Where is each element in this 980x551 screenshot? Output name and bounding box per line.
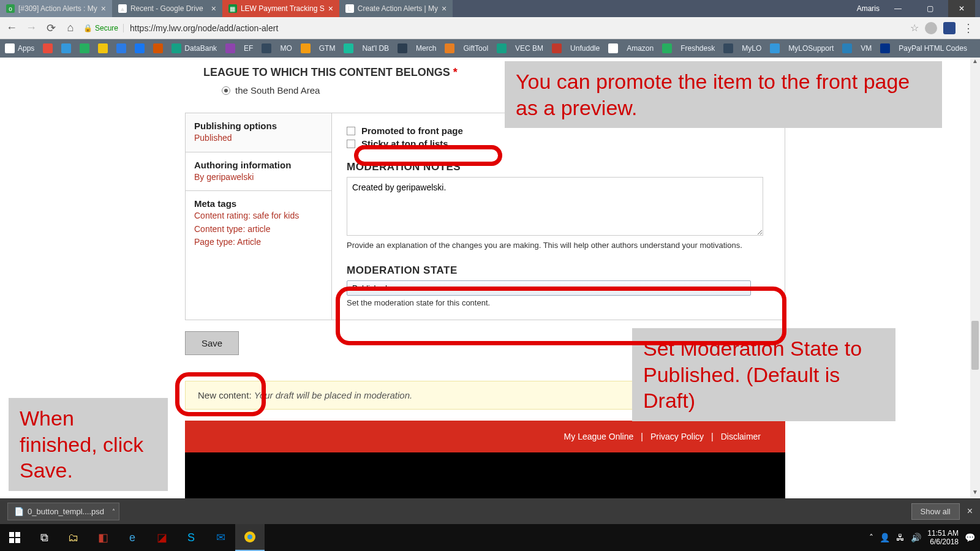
tray-chevron-icon[interactable]: ˄ [869, 533, 873, 542]
bookmark-gifttool[interactable]: GiftTool [463, 44, 488, 53]
footer-link-privacy[interactable]: Privacy Policy [650, 432, 704, 441]
bookmark-databank[interactable]: DataBank [172, 43, 217, 53]
bookmark-item[interactable] [98, 43, 108, 53]
forward-icon[interactable]: → [24, 21, 38, 34]
bookmark-ef[interactable]: EF [244, 44, 253, 53]
bookmark-item[interactable] [497, 43, 507, 53]
bookmark-merch[interactable]: Merch [416, 44, 436, 53]
footer-link-myleague[interactable]: My League Online [564, 432, 634, 441]
task-view-icon[interactable]: ⧉ [29, 524, 59, 551]
tab-google-drive[interactable]: ▲ Recent - Google Drive × [112, 0, 222, 17]
apps-button[interactable]: Apps [5, 43, 34, 53]
vertical-scrollbar[interactable]: ▲ ▼ [970, 58, 980, 498]
bookmark-item[interactable] [662, 43, 672, 53]
bookmark-star-icon[interactable]: ☆ [910, 22, 919, 34]
edge-icon[interactable]: e [118, 524, 147, 551]
bookmark-item[interactable] [262, 43, 271, 53]
secure-indicator[interactable]: 🔒 Secure [83, 24, 124, 32]
bookmark-gtm[interactable]: GTM [319, 44, 336, 53]
favicon: ▦ [228, 4, 237, 13]
close-icon[interactable]: × [328, 4, 333, 13]
moderation-state-help: Set the moderation state for this conten… [347, 298, 772, 307]
bookmark-amazon[interactable]: Amazon [627, 44, 654, 53]
bookmark-natldb[interactable]: Nat'l DB [362, 44, 389, 53]
bookmark-item[interactable] [43, 43, 53, 53]
skype-icon[interactable]: S [176, 524, 206, 551]
back-icon[interactable]: ← [5, 21, 18, 34]
bookmark-vm[interactable]: VM [861, 44, 872, 53]
notifications-icon[interactable]: 💬 [965, 533, 975, 542]
taskbar-clock[interactable]: 11:51 AM 6/6/2018 [927, 529, 959, 547]
chevron-up-icon[interactable]: ˄ [112, 508, 115, 515]
scrollbar-thumb[interactable] [971, 321, 979, 370]
save-button[interactable]: Save [185, 331, 239, 355]
bookmark-item[interactable] [135, 43, 145, 53]
tab-publishing-options[interactable]: Publishing options Published [186, 113, 331, 152]
show-all-downloads-button[interactable]: Show all [911, 503, 960, 520]
bookmark-item[interactable] [61, 43, 71, 53]
bookmark-paypal[interactable]: PayPal HTML Codes [899, 44, 967, 53]
footer-link-disclaimer[interactable]: Disclaimer [721, 432, 761, 441]
bookmark-item[interactable] [552, 43, 562, 53]
bookmark-unfuddle[interactable]: Unfuddle [570, 44, 600, 53]
window-minimize[interactable]: — [884, 0, 911, 17]
bookmark-vecbm[interactable]: VEC BM [515, 44, 543, 53]
tab-lew-payment[interactable]: ▦ LEW Payment Tracking S × [222, 0, 339, 17]
checkbox-icon[interactable] [347, 127, 355, 135]
window-maximize[interactable]: ▢ [916, 0, 943, 17]
taskbar-app[interactable]: ◧ [88, 524, 118, 551]
bookmark-item[interactable] [344, 43, 353, 53]
tab-authoring-info[interactable]: Authoring information By geripawelski [186, 152, 331, 192]
profile-name[interactable]: Amaris [857, 4, 880, 13]
window-close[interactable]: ✕ [948, 0, 975, 17]
bookmark-item[interactable] [445, 43, 454, 53]
moderation-notes-input[interactable] [347, 177, 763, 236]
close-icon[interactable]: × [101, 4, 106, 13]
bookmark-item[interactable] [770, 43, 780, 53]
moderation-state-select[interactable]: Published ▼ [347, 280, 751, 296]
reload-icon[interactable]: ⟳ [44, 21, 58, 35]
checkbox-icon[interactable] [347, 140, 355, 148]
extension-icon[interactable] [943, 22, 956, 34]
bookmark-item[interactable] [398, 43, 407, 53]
menu-icon[interactable]: ⋮ [962, 21, 975, 35]
close-icon[interactable]: × [211, 4, 216, 13]
radio-selected-icon[interactable] [222, 86, 230, 95]
bookmark-item[interactable] [225, 43, 235, 53]
network-icon[interactable]: 🖧 [896, 533, 905, 542]
address-bar[interactable]: https://my.lwv.org/node/add/action-alert [130, 23, 904, 33]
bookmark-item[interactable] [153, 43, 163, 53]
volume-icon[interactable]: 🔊 [911, 533, 921, 542]
bookmark-item[interactable] [608, 43, 618, 53]
tab-create-alerts[interactable]: L Create Action Alerts | My × [339, 0, 453, 17]
download-item[interactable]: 📄 0_button_templ....psd ˄ [7, 503, 119, 520]
bookmark-mylosupport[interactable]: MyLOSupport [788, 44, 834, 53]
tab-meta-tags[interactable]: Meta tags Content rating: safe for kids … [186, 191, 331, 256]
bookmark-item[interactable] [116, 43, 126, 53]
close-icon[interactable]: × [442, 4, 447, 13]
bookmark-item[interactable] [80, 43, 89, 53]
tab-action-alerts[interactable]: o [#309] Action Alerts : My × [0, 0, 112, 17]
scroll-down-icon[interactable]: ▼ [970, 489, 980, 498]
bookmark-mo[interactable]: MO [280, 44, 292, 53]
chevron-down-icon: ▼ [739, 285, 745, 291]
bookmark-mylo[interactable]: MyLO [742, 44, 761, 53]
bookmark-item[interactable] [723, 43, 733, 53]
bookmark-freshdesk[interactable]: Freshdesk [680, 44, 715, 53]
bookmark-item[interactable] [301, 43, 311, 53]
annotation-save: When finished, click Save. [9, 398, 168, 491]
scroll-up-icon[interactable]: ▲ [970, 58, 980, 67]
annotation-promote: You can promote the item to the front pa… [505, 61, 942, 128]
file-explorer-icon[interactable]: 🗂 [59, 524, 88, 551]
people-icon[interactable]: 👤 [880, 533, 890, 542]
chrome-icon[interactable] [235, 524, 265, 551]
acrobat-icon[interactable]: ◪ [147, 524, 176, 551]
home-icon[interactable]: ⌂ [64, 21, 77, 34]
bookmark-item[interactable] [880, 43, 890, 53]
start-button[interactable] [0, 524, 29, 551]
sticky-checkbox-row[interactable]: Sticky at top of lists [347, 138, 772, 149]
bookmark-item[interactable] [842, 43, 852, 53]
outlook-icon[interactable]: ✉ [206, 524, 235, 551]
extension-icon[interactable] [925, 22, 937, 34]
close-icon[interactable]: × [967, 506, 973, 517]
